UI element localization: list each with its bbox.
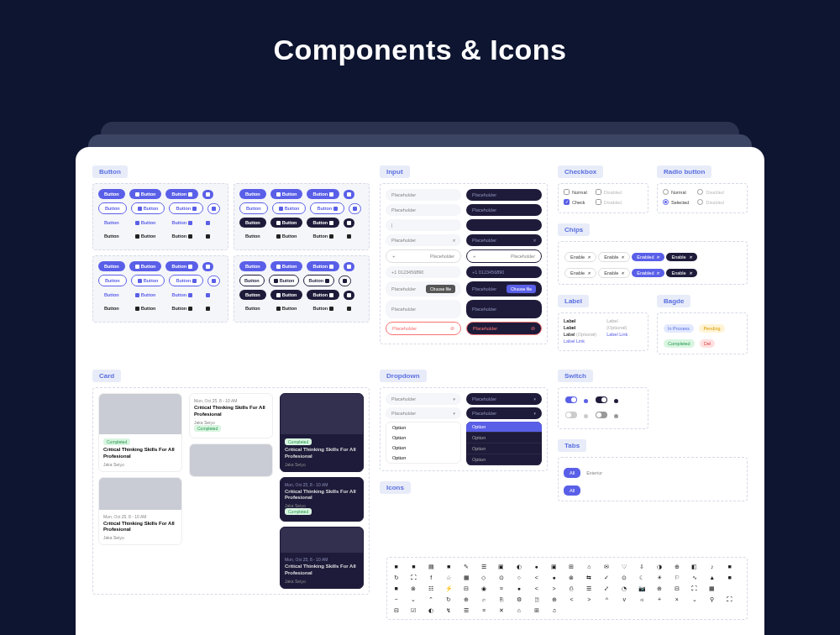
btn-outline-2-ir[interactable]: Button <box>310 202 344 214</box>
input-file-dark[interactable]: PlaceholderChoose file <box>466 281 542 297</box>
btn-text-2[interactable]: Button <box>239 231 266 241</box>
label-link-1[interactable]: Label Link <box>564 338 596 344</box>
btn-sq2-dark[interactable]: Button <box>239 290 266 300</box>
card-dark-1[interactable]: Completed Critical Thinking Skills For A… <box>280 393 364 472</box>
btn-primary-icon-left[interactable]: Button <box>129 189 162 199</box>
tab-all-2[interactable]: All <box>564 485 580 496</box>
dropdown-dark-closed[interactable]: Placeholder <box>466 393 542 405</box>
close-icon[interactable] <box>689 255 692 260</box>
btn-text[interactable]: Button <box>98 231 125 241</box>
dropdown-option-selected[interactable]: Option <box>466 422 542 433</box>
btn-text-ir[interactable]: Button <box>165 231 198 241</box>
btn-sq2-od-il[interactable]: Button <box>269 275 300 286</box>
dropdown-option[interactable]: Option <box>386 443 460 453</box>
btn-ghost[interactable]: Button <box>98 218 125 228</box>
input-placeholder-1[interactable]: Placeholder <box>386 189 461 201</box>
input-placeholder-4[interactable]: Placeholder <box>386 234 461 246</box>
btn-dark-io[interactable] <box>344 218 354 228</box>
btn-text-il[interactable]: Button <box>129 231 162 241</box>
btn-sq-primary-il[interactable]: Button <box>129 261 162 271</box>
btn-text-2-il[interactable]: Button <box>270 231 303 241</box>
input-dark-3[interactable] <box>466 219 542 231</box>
btn-sq-ghost-io[interactable] <box>202 291 213 300</box>
btn-sq2-primary-io[interactable] <box>344 262 354 271</box>
btn-text-io[interactable] <box>202 232 213 241</box>
close-icon[interactable] <box>587 270 591 276</box>
dropdown-option[interactable]: Option <box>466 454 542 465</box>
input-error[interactable]: Placeholder⊘ <box>386 322 461 335</box>
close-icon[interactable] <box>656 270 659 276</box>
btn-sq2-primary-ir[interactable]: Button <box>307 261 339 271</box>
input-dark-4[interactable]: Placeholder <box>466 234 542 246</box>
btn-sq2-dark-il[interactable]: Button <box>270 290 303 300</box>
btn-primary-icon-right[interactable]: Button <box>165 189 198 199</box>
input-outline-dark[interactable]: Placeholder <box>466 249 542 263</box>
btn-sq2-text[interactable]: Button <box>239 303 266 313</box>
btn-sq-outline-ir[interactable]: Button <box>169 275 203 286</box>
tab-exterior[interactable]: Exterior <box>580 468 608 478</box>
switch-off[interactable] <box>565 412 577 418</box>
btn-sq2-od-io[interactable] <box>339 276 351 286</box>
input-dark-1[interactable]: Placeholder <box>466 189 542 201</box>
btn-primary-icon-only[interactable] <box>202 190 213 199</box>
chip-enable-3[interactable]: Enable <box>564 268 596 278</box>
btn-outline-2-io[interactable] <box>349 203 361 214</box>
input-outline[interactable]: Placeholder <box>386 249 461 263</box>
input-textarea-dark[interactable]: Placeholder <box>466 300 542 318</box>
card-2[interactable]: Mon, Oct 25, 8 - 10 AM Critical Thinking… <box>189 393 273 438</box>
input-placeholder-2[interactable]: Placeholder <box>386 204 461 216</box>
close-icon[interactable] <box>587 255 591 260</box>
btn-sq2-primary[interactable]: Button <box>239 261 266 271</box>
btn-sq2-primary-il[interactable]: Button <box>270 261 303 271</box>
btn-sq-ghost[interactable]: Button <box>98 290 125 300</box>
close-icon[interactable] <box>452 238 455 243</box>
chip-enabled-blue-2[interactable]: Enabled <box>632 269 664 277</box>
btn-outline-2[interactable]: Button <box>239 202 268 214</box>
btn-ghost-io[interactable] <box>202 218 213 228</box>
card-4[interactable] <box>189 443 273 477</box>
choose-file-chip[interactable]: Choose file <box>426 285 455 293</box>
card-3[interactable]: Mon, Oct 25, 8 - 10 AM Critical Thinking… <box>98 477 182 546</box>
btn-sq-primary-io[interactable] <box>202 262 213 271</box>
btn-dark-il[interactable]: Button <box>270 218 303 228</box>
btn-sq2-text-ir[interactable]: Button <box>307 303 339 313</box>
btn-sq2-od-ir[interactable]: Button <box>303 275 334 286</box>
input-file[interactable]: PlaceholderChoose file <box>386 281 461 297</box>
radio-normal[interactable]: Normal <box>663 189 689 195</box>
dropdown-light-open[interactable]: Placeholder <box>386 407 461 419</box>
btn-sq-outline-io[interactable] <box>207 276 220 286</box>
btn-ghost-il[interactable]: Button <box>129 218 162 228</box>
card-dark-3[interactable]: Mon, Oct 25, 8 - 10 AM Critical Thinking… <box>280 527 364 589</box>
btn-sq-text-ir[interactable]: Button <box>165 303 198 313</box>
btn-sq-ghost-ir[interactable]: Button <box>165 290 198 300</box>
btn-primary-2[interactable]: Button <box>239 189 266 199</box>
dropdown-option[interactable]: Option <box>466 443 542 454</box>
chip-enable-dark[interactable]: Enable <box>666 253 696 261</box>
btn-outline-io[interactable] <box>207 203 220 214</box>
chip-enable-4[interactable]: Enable <box>598 268 630 278</box>
card-1[interactable]: Completed Critical Thinking Skills For A… <box>98 393 182 472</box>
btn-primary-2-il[interactable]: Button <box>270 189 303 199</box>
btn-outline-ir[interactable]: Button <box>169 202 203 214</box>
close-icon[interactable] <box>533 238 536 243</box>
close-icon[interactable] <box>689 270 692 276</box>
btn-sq-outline[interactable]: Button <box>98 275 127 286</box>
btn-sq-text[interactable]: Button <box>98 303 125 313</box>
chip-enabled-blue[interactable]: Enabled <box>632 253 664 261</box>
switch-on-dark[interactable] <box>596 396 607 403</box>
btn-primary[interactable]: Button <box>98 189 125 199</box>
btn-outline-2-il[interactable]: Button <box>272 202 307 214</box>
dropdown-option[interactable]: Option <box>386 433 460 443</box>
tab-all-1[interactable]: All <box>564 468 580 478</box>
btn-text-2-ir[interactable]: Button <box>307 231 339 241</box>
close-icon[interactable] <box>656 255 659 260</box>
btn-ghost-ir[interactable]: Button <box>165 218 198 228</box>
btn-sq-outline-il[interactable]: Button <box>131 275 165 286</box>
btn-outline-il[interactable]: Button <box>131 202 165 214</box>
input-dark-2[interactable]: Placeholder <box>466 204 542 216</box>
input-textarea[interactable]: Placeholder <box>386 300 461 318</box>
btn-text-2-io[interactable] <box>344 232 354 241</box>
input-placeholder-3[interactable]: | <box>386 219 461 231</box>
checkbox-normal[interactable]: Normal <box>564 189 587 195</box>
btn-sq2-text-io[interactable] <box>344 304 354 313</box>
